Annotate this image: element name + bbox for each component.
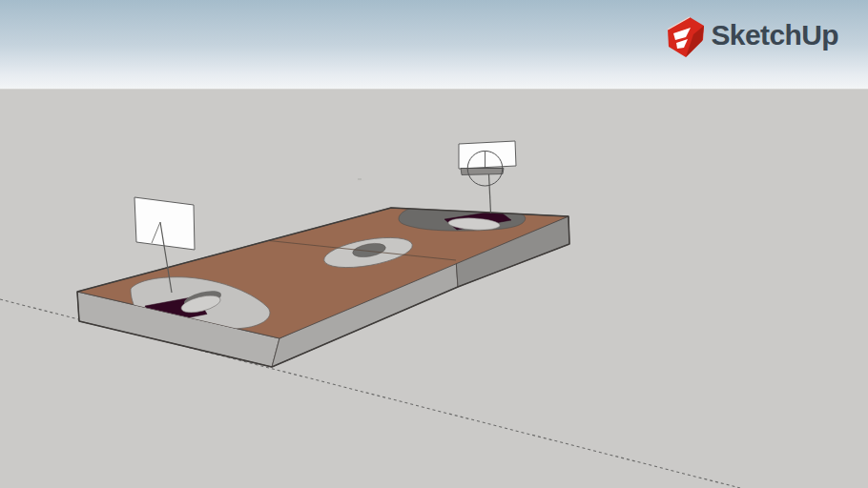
sketchup-viewport[interactable]: SketchUp (0, 0, 868, 488)
viewport-canvas[interactable] (0, 0, 868, 488)
sketchup-cube-icon (666, 13, 704, 57)
backboard-left (134, 197, 195, 250)
stray-edge-artifact (358, 178, 362, 180)
sketchup-logo[interactable]: SketchUp (666, 12, 838, 57)
backboard-right (459, 141, 516, 169)
sketchup-logo-text: SketchUp (711, 21, 838, 50)
